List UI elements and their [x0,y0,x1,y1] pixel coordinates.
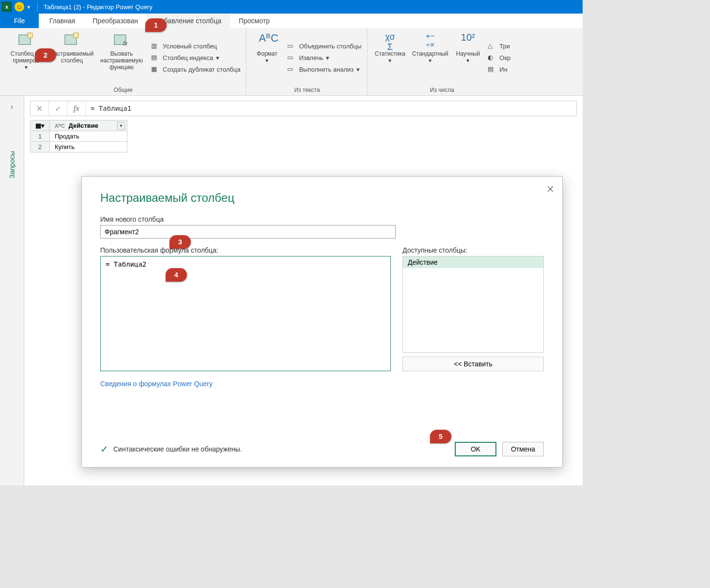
tab-home[interactable]: Главная [41,14,84,28]
ops-icon: +−÷× [422,32,438,48]
label: Научный [456,50,480,57]
conditional-column-button[interactable]: ▥Условный столбец [151,42,240,51]
tab-file[interactable]: File [0,14,39,28]
svg-text:fx: fx [123,40,128,47]
cell[interactable]: Продать [50,131,127,142]
label: Условный столбец [163,43,217,50]
statistics-button[interactable]: χσΣ Статистика ▾ [370,30,409,86]
available-label: Доступные столбцы: [402,246,544,254]
extract-button[interactable]: ▭Извлечь ▾ [287,54,361,62]
column-filter-dropdown[interactable]: ▼ [117,122,125,130]
chevron-right-icon[interactable]: › [11,103,13,111]
ten-squared-icon: 10² [460,32,476,48]
ok-button[interactable]: OK [455,442,496,456]
analyze-button[interactable]: ▭Выполнить анализ ▾ [287,65,361,74]
merge-icon: ▭ [287,42,296,51]
column-header[interactable]: AᴮC Действие ▼ [50,121,127,131]
group-label-number: Из числа [370,86,513,95]
tab-transform[interactable]: Преобразован [84,14,147,28]
new-column-name-input[interactable] [100,225,396,239]
label: Формат [257,50,278,57]
available-columns-list[interactable]: Действие [402,256,544,353]
callout-3: 3 [170,235,191,249]
svg-rect-1 [28,33,32,38]
fx-icon[interactable]: fx [67,101,86,116]
ribbon: Столбец из примеров ▾ Настраиваемый стол… [0,28,583,96]
syntax-status: ✓ Синтаксические ошибки не обнаружены. [100,443,242,455]
info-button[interactable]: ▤Ин [488,65,510,74]
checkmark-icon: ✓ [100,443,108,455]
tab-view[interactable]: Просмотр [230,14,278,28]
cancel-button[interactable]: Отмена [502,442,544,456]
pq-formulas-link[interactable]: Сведения о формулах Power Query [100,380,213,388]
ribbon-group-number: χσΣ Статистика ▾ +−÷× Стандартный ▾ 10² … [368,28,516,95]
index-column-button[interactable]: ▤Столбец индекса ▾ [151,54,240,62]
group-label-general: Общие [3,86,243,95]
queries-panel-collapsed[interactable]: › Запросы [0,96,24,485]
round-button[interactable]: ◐Окр [488,54,510,62]
row-number[interactable]: 1 [31,131,50,142]
ribbon-group-text: AᴮC Формат ▾ ▭Объединить столбцы ▭Извлеч… [247,28,368,95]
title-bar: x ☺ ▾ Таблица1 (2) - Редактор Power Quer… [0,0,583,14]
table-new-icon [64,32,80,48]
close-icon[interactable]: ✕ [546,183,555,195]
status-text: Синтаксические ошибки не обнаружены. [113,445,242,453]
column-name: Действие [69,122,98,129]
table-fx-icon: fx [113,32,130,48]
table-star-icon [18,32,34,48]
conditional-icon: ▥ [151,42,160,51]
group-label-text: Из текста [249,86,364,95]
trig-button[interactable]: △Три [488,42,510,51]
sigma-icon: χσΣ [382,32,398,48]
triangle-icon: △ [488,42,496,51]
format-icon: AᴮC [259,32,275,48]
smiley-icon[interactable]: ☺ [15,2,24,12]
data-grid[interactable]: ▦▾ AᴮC Действие ▼ 1Продать 2Купить [30,120,127,152]
duplicate-column-button[interactable]: ▦Создать дубликат столбца [151,65,240,74]
callout-5: 5 [430,430,451,443]
dialog-title: Настраиваемый столбец [100,191,544,205]
label: Ин [499,66,508,73]
callout-1: 1 [145,18,167,32]
custom-column-dialog: ✕ Настраиваемый столбец Имя нового столб… [81,176,563,467]
type-text-icon: AᴮC [55,123,65,129]
queries-label: Запросы [8,151,16,178]
formula-input[interactable] [86,101,576,116]
label: Вызвать настраиваемую функцию [95,50,148,71]
name-label: Имя нового столбца [100,215,544,223]
scientific-button[interactable]: 10² Научный ▾ [451,30,485,86]
callout-4: 4 [166,268,187,282]
insert-button[interactable]: << Вставить [402,357,544,371]
svg-rect-3 [74,33,78,38]
label: Объединить столбцы [299,43,361,50]
extract-icon: ▭ [287,54,296,62]
row-number[interactable]: 2 [31,142,50,152]
round-icon: ◐ [488,54,496,62]
label: Столбец индекса [163,54,213,61]
standard-button[interactable]: +−÷× Стандартный ▾ [409,30,451,86]
formula-bar: ✕ ✓ fx [30,101,577,116]
label: Создать дубликат столбца [163,66,240,73]
excel-icon: x [2,2,12,12]
format-button[interactable]: AᴮC Формат ▾ [249,30,284,86]
duplicate-icon: ▦ [151,65,160,74]
qat-dropdown-icon[interactable]: ▾ [27,3,31,11]
available-column-item[interactable]: Действие [403,256,543,268]
commit-formula-button[interactable]: ✓ [49,101,67,116]
analyze-icon: ▭ [287,65,296,74]
ribbon-tabs: File Главная Преобразован Добавление сто… [0,14,583,28]
cancel-formula-button[interactable]: ✕ [31,101,49,116]
formula-editor[interactable] [100,256,391,371]
window-title: Таблица1 (2) - Редактор Power Query [44,3,153,11]
custom-column-button[interactable]: Настраиваемый столбец [49,30,95,86]
cell[interactable]: Купить [50,142,127,152]
invoke-function-button[interactable]: fx Вызвать настраиваемую функцию [95,30,148,86]
label: Окр [499,54,510,61]
label: Статистика [375,50,405,57]
callout-2: 2 [35,48,56,62]
formula-label: Пользовательская формула столбца: [100,246,391,254]
select-all-corner[interactable]: ▦▾ [31,121,50,131]
merge-columns-button[interactable]: ▭Объединить столбцы [287,42,361,51]
label: Выполнить анализ [299,66,354,73]
divider [37,2,38,11]
